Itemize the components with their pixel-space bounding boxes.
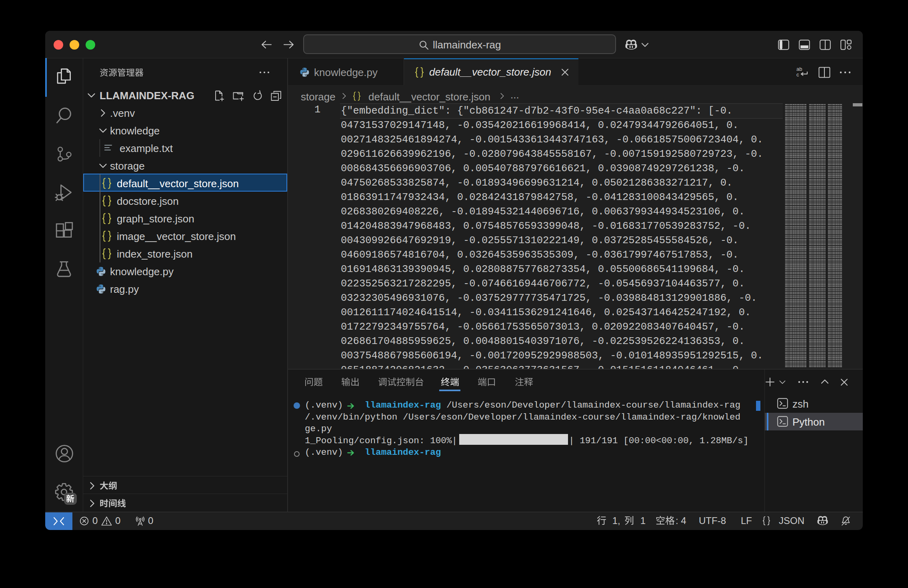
svg-text:c: c bbox=[796, 72, 799, 78]
svg-text:ab: ab bbox=[796, 66, 802, 72]
